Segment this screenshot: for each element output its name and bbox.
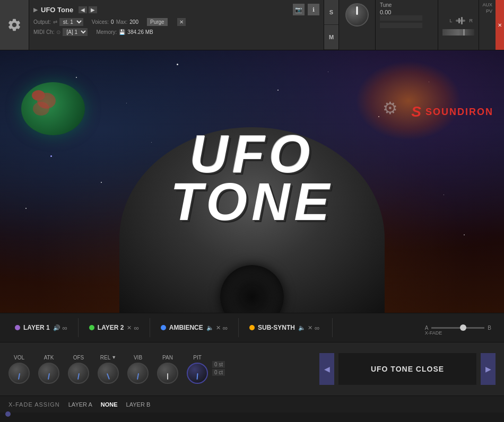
vol-knob[interactable] [8,363,30,384]
subsynth-loop-icon[interactable]: ∞ [315,324,319,332]
next-preset-button[interactable]: ▶ [481,353,496,385]
midi-select[interactable]: [A] 1 [63,28,88,36]
layer2-item[interactable]: LAYER 2 ✕ ∞ [81,324,147,332]
ambience-loop-icon[interactable]: ∞ [223,324,228,332]
voices-value: 0 [111,19,114,25]
midi-label: MIDI Ch: [33,29,54,35]
pit-knob[interactable] [187,363,208,384]
preset-nav-arrows: ◀ ▶ [79,6,97,13]
subsynth-icons: 🔈 ✕ ∞ [298,324,319,332]
output-select[interactable]: st. 1 [59,18,83,26]
ofs-label: OFS [73,355,84,361]
bottom-controls: VOL ATK OFS REL ▼ VIB PAN PIT [0,342,504,395]
soundiron-logo: S SOUNDIRON [411,103,493,120]
output-label: Output: [33,19,51,25]
none-button[interactable]: NONE [101,401,118,408]
rel-knob-group: REL ▼ [98,355,119,384]
xfade-label: X-FADE [425,330,442,336]
sm-buttons: S M [324,0,339,50]
vib-knob-group: VIB [127,355,149,384]
layer-b-button[interactable]: LAYER B [126,401,151,408]
pv-label: PV [482,8,492,14]
svg-rect-1 [458,18,460,23]
ambience-name: AMBIENCE [169,324,203,331]
layer2-icons: ✕ ∞ [127,324,138,332]
prev-instrument-button[interactable]: ◀ [79,6,87,13]
tune-bar-1[interactable] [380,15,422,21]
layer-a-button[interactable]: LAYER A [68,401,92,408]
layer2-loop-icon[interactable]: ∞ [134,324,138,332]
pan-knob-group: PAN [157,355,178,384]
pit-st-value: 0 st [212,361,225,368]
atk-knob-group: ATK [38,355,59,384]
subsynth-mute-icon[interactable]: ✕ [308,324,312,331]
layer1-icons: 🔊 ∞ [53,324,67,332]
layer1-item[interactable]: LAYER 1 🔊 ∞ [6,324,76,332]
ufo-line2: TONE [170,178,334,225]
knob-section: VOL ATK OFS REL ▼ VIB PAN PIT [8,355,225,384]
xfade-assign-bar: X-FADE ASSIGN LAYER A NONE LAYER B [0,395,504,412]
layer1-loop-icon[interactable]: ∞ [63,324,67,332]
layer-sep-1 [78,318,79,337]
voices-label: Voices: [92,19,109,25]
purge-x-button[interactable]: ✕ [177,18,186,26]
ufo-title: UFO TONE [170,130,334,225]
tune-knob[interactable] [345,3,369,27]
close-button[interactable]: ✕ [496,0,504,50]
memory-label: Memory: [96,29,117,35]
settings-icon[interactable] [0,0,29,50]
atk-knob[interactable] [38,363,59,384]
vol-label: VOL [14,355,24,361]
m-button[interactable]: M [324,25,338,50]
vib-knob[interactable] [127,363,149,384]
vib-label: VIB [134,355,142,361]
xfade-separator [332,318,333,337]
rel-arrow: ▼ [111,355,116,360]
pan-label: PAN [162,355,173,361]
nebula-decoration [355,61,462,140]
xfade-track [431,327,484,329]
ufo-hole [220,265,284,313]
layer1-name: LAYER 1 [23,324,50,331]
ofs-knob[interactable] [68,363,89,384]
tune-bar-2[interactable] [380,23,422,28]
instrument-name: UFO Tone [41,6,73,14]
rel-label: REL [100,355,110,361]
soundiron-s-icon: S [411,103,421,120]
prev-preset-button[interactable]: ◀ [319,353,334,385]
info-button[interactable]: ℹ [308,4,319,15]
camera-button[interactable]: 📷 [293,4,305,15]
next-instrument-button[interactable]: ▶ [89,6,97,13]
stereo-r-label: R [469,18,473,23]
stereo-l-label: L [442,18,452,23]
aux-label: AUX [482,2,492,7]
tune-label: Tune [380,2,433,8]
subsynth-volume-icon[interactable]: 🔈 [298,324,306,331]
ambience-item[interactable]: AMBIENCE 🔈 ✕ ∞ [152,324,236,332]
ambience-mute-icon[interactable]: ✕ [216,324,221,331]
layer1-volume-icon[interactable]: 🔊 [53,324,60,331]
ambience-volume-icon[interactable]: 🔈 [206,324,214,331]
subsynth-dot [249,325,255,330]
top-icons: 📷 ℹ [293,4,319,15]
pan-knob[interactable] [157,363,178,384]
instrument-section: ▶ UFO Tone ◀ ▶ 📷 ℹ Output: ⇄ st. 1 Voice… [29,0,324,50]
xfade-b-label: B [488,325,491,331]
memory-value: 384.26 MB [127,29,153,35]
purge-button[interactable]: Purge [147,18,168,26]
s-button[interactable]: S [324,0,338,25]
subsynth-name: SUB-SYNTH [258,324,295,331]
atk-label: ATK [44,355,54,361]
rel-knob[interactable] [98,363,119,384]
volume-slider[interactable] [442,29,474,36]
ambience-dot [161,325,166,330]
top-bar: ▶ UFO Tone ◀ ▶ 📷 ℹ Output: ⇄ st. 1 Voice… [0,0,504,50]
layer2-mute-icon[interactable]: ✕ [127,324,132,331]
layer2-dot [89,325,94,330]
ofs-knob-group: OFS [68,355,89,384]
subsynth-item[interactable]: SUB-SYNTH 🔈 ✕ ∞ [241,324,328,332]
pit-label: PIT [193,355,202,361]
layer1-dot [15,325,20,330]
max-value: 200 [129,19,138,25]
xfade-a-label: A [425,325,429,331]
